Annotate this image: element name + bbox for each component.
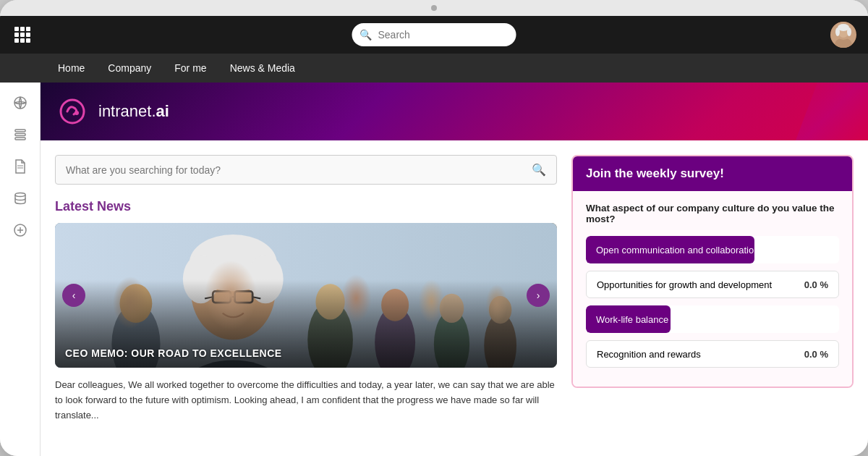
banner: intranet.ai: [41, 83, 868, 140]
svg-point-12: [15, 193, 25, 197]
nav-item-home[interactable]: Home: [58, 62, 85, 74]
browser-area: 🔍: [0, 16, 868, 456]
survey-options-container: Open communication and collaboration66.7…: [586, 236, 839, 368]
survey-option-0[interactable]: Open communication and collaboration66.7…: [586, 236, 839, 263]
svg-point-21: [190, 235, 277, 291]
search-mag-icon: 🔍: [532, 163, 546, 177]
svg-point-38: [489, 296, 511, 324]
svg-point-35: [434, 310, 469, 368]
database-icon[interactable]: [12, 190, 29, 207]
survey-title: Join the weekly survey!: [586, 166, 839, 181]
news-image: [55, 223, 557, 368]
survey-option-3[interactable]: Recognition and rewards0.0 %: [586, 340, 839, 368]
svg-point-5: [847, 28, 851, 36]
svg-point-17: [75, 111, 79, 115]
nav-item-for-me[interactable]: For me: [174, 62, 206, 74]
plus-circle-icon[interactable]: [12, 221, 29, 239]
news-prev-button[interactable]: ‹: [62, 284, 85, 307]
survey-option-pct-1: 0.0 %: [794, 272, 838, 297]
survey-option-1[interactable]: Opportunities for growth and development…: [586, 271, 839, 298]
nav-item-news-media[interactable]: News & Media: [230, 62, 295, 74]
content-area: intranet.ai 🔍 Latest News: [41, 83, 868, 456]
svg-point-20: [191, 242, 275, 339]
svg-point-31: [307, 301, 353, 368]
svg-point-22: [183, 255, 218, 303]
layers-icon[interactable]: [12, 126, 29, 143]
svg-point-4: [835, 28, 840, 36]
notch-dot: [431, 5, 437, 11]
svg-rect-24: [213, 291, 231, 303]
grid-icon[interactable]: [14, 27, 30, 43]
svg-rect-18: [55, 223, 557, 368]
avatar-image: [830, 22, 856, 48]
svg-point-33: [375, 306, 415, 368]
survey-option-label-3: Recognition and rewards: [587, 342, 794, 367]
top-bar: 🔍: [0, 16, 868, 54]
search-icon: 🔍: [359, 29, 372, 41]
survey-option-pct-3: 0.0 %: [794, 342, 838, 367]
svg-line-28: [252, 297, 260, 298]
left-column: 🔍 Latest News: [55, 155, 557, 423]
survey-option-label-0: Open communication and collaboration: [586, 237, 790, 263]
svg-point-16: [61, 100, 84, 123]
logo-text: intranet.ai: [98, 102, 169, 121]
right-column: Join the weekly survey! What aspect of o…: [571, 155, 854, 423]
svg-rect-8: [15, 134, 25, 136]
svg-rect-9: [15, 138, 25, 140]
nav-bar: Home Company For me News & Media: [0, 54, 868, 83]
svg-point-23: [247, 255, 283, 303]
svg-point-32: [315, 284, 344, 319]
survey-question: What aspect of our company culture do yo…: [586, 203, 839, 224]
main-layout: intranet.ai 🔍 Latest News: [0, 83, 868, 456]
survey-header: Join the weekly survey!: [573, 156, 852, 191]
survey-option-2[interactable]: Work-life balance33.3 %: [586, 305, 839, 333]
survey-option-label-1: Opportunities for growth and development: [587, 272, 794, 297]
survey-option-label-2: Work-life balance: [586, 307, 790, 332]
avatar[interactable]: [830, 22, 856, 48]
news-card: ‹ › CEO MEMO: OUR ROAD TO EXCELLENCE: [55, 223, 557, 368]
svg-point-37: [484, 313, 516, 368]
news-article-text: Dear colleagues, We all worked together …: [55, 378, 557, 423]
top-search-container: 🔍: [352, 23, 516, 46]
svg-rect-7: [15, 130, 25, 132]
globe-icon[interactable]: [12, 94, 29, 111]
svg-point-19: [169, 360, 298, 368]
logo-icon: [58, 97, 87, 126]
news-caption: CEO MEMO: OUR ROAD TO EXCELLENCE: [65, 347, 282, 359]
news-next-button[interactable]: ›: [527, 284, 550, 307]
survey-option-pct-2: 33.3 %: [790, 307, 839, 332]
svg-point-34: [381, 289, 409, 321]
sidebar: [0, 83, 41, 456]
svg-rect-25: [234, 291, 252, 303]
survey-card: Join the weekly survey! What aspect of o…: [571, 155, 854, 388]
svg-rect-39: [55, 223, 557, 368]
device-frame: 🔍: [0, 0, 868, 456]
survey-body: What aspect of our company culture do yo…: [573, 191, 852, 387]
device-notch: [0, 0, 868, 16]
section-title-latest-news: Latest News: [55, 199, 557, 214]
page-search-bar[interactable]: 🔍: [55, 155, 557, 185]
svg-point-36: [440, 294, 464, 323]
survey-option-pct-0: 66.7 %: [790, 237, 839, 263]
svg-line-27: [205, 297, 213, 298]
page-content: 🔍 Latest News: [41, 140, 868, 437]
svg-point-30: [120, 284, 153, 323]
document-icon[interactable]: [12, 158, 29, 175]
top-search-input[interactable]: [352, 23, 516, 46]
page-search-input[interactable]: [66, 164, 526, 176]
nav-item-company[interactable]: Company: [108, 62, 151, 74]
